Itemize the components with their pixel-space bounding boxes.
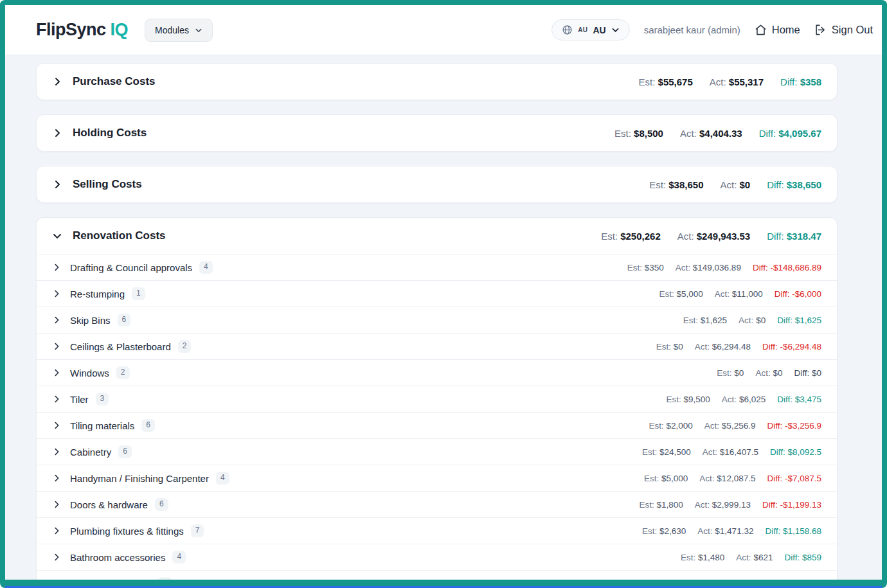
cost-section-card: Renovation Costs Est: $250,262 Act: $249…: [36, 217, 838, 588]
item-est: Est: $0: [717, 368, 744, 378]
item-values: Est: $5,000 Act: $12,087.5 Diff: -$7,087…: [644, 474, 821, 483]
section-items: Drafting & Council approvals 4 Est: $350…: [37, 254, 837, 588]
item-label: Handyman / Finishing Carpenter: [70, 473, 209, 484]
sign-out-link-label: Sign Out: [832, 24, 873, 36]
item-act: Act: $6,025: [722, 395, 766, 404]
locale-selector[interactable]: AU AU: [551, 19, 629, 40]
item-label: Skip Bins: [70, 315, 111, 326]
cost-item-row[interactable]: Skip Bins 6 Est: $1,625 Act: $0 Diff: $1…: [37, 307, 837, 333]
chevron-right-icon: [52, 395, 61, 404]
section-diff: Diff: $4,095.67: [759, 128, 821, 139]
item-diff: Diff: -$7,087.5: [767, 474, 821, 483]
chevron-right-icon: [52, 76, 62, 87]
cost-item-row[interactable]: Plumbing fixtures & fittings 7 Est: $2,6…: [37, 517, 837, 544]
locale-flag: AU: [578, 26, 587, 33]
cost-section-card: Purchase Costs Est: $55,675 Act: $55,317…: [36, 63, 838, 100]
item-count-badge: 4: [216, 472, 229, 485]
item-values: Est: $1,800 Act: $2,999.13 Diff: -$1,199…: [639, 500, 821, 510]
item-count-badge: 2: [116, 366, 130, 379]
sign-out-link[interactable]: Sign Out: [814, 24, 873, 36]
chevron-right-icon: [52, 342, 61, 351]
item-act: Act: $0: [755, 368, 782, 378]
section-title: Selling Costs: [73, 178, 142, 191]
item-count-badge: 6: [118, 445, 132, 458]
brand-accent: IQ: [111, 20, 129, 39]
item-values: Est: $24,500 Act: $16,407.5 Diff: $8,092…: [642, 447, 821, 457]
chevron-right-icon: [52, 474, 61, 483]
cost-item-row[interactable]: Bathroom accessories 4 Est: $1,480 Act: …: [37, 544, 837, 570]
bottom-frame-bar: [5, 580, 882, 586]
section-est: Est: $8,500: [614, 128, 663, 139]
chevron-right-icon: [52, 526, 61, 535]
item-est: Est: $2,630: [642, 526, 686, 536]
cost-item-row[interactable]: Doors & hardware 6 Est: $1,800 Act: $2,9…: [37, 491, 837, 517]
item-label: Doors & hardware: [70, 499, 148, 510]
section-title: Renovation Costs: [73, 229, 166, 242]
item-count-badge: 1: [132, 287, 145, 300]
brand-name: FlipSync: [36, 20, 106, 39]
cost-item-row[interactable]: Drafting & Council approvals 4 Est: $350…: [37, 254, 837, 280]
item-label: Plumbing fixtures & fittings: [70, 526, 184, 537]
chevron-right-icon: [52, 179, 62, 190]
item-count-badge: 6: [141, 419, 155, 432]
cost-item-row[interactable]: Tiler 3 Est: $9,500 Act: $6,025 Diff: $3…: [37, 386, 837, 412]
item-diff: Diff: $1,158.68: [765, 526, 821, 536]
item-diff: Diff: $8,092.5: [770, 447, 821, 457]
cost-section-card: Holding Costs Est: $8,500 Act: $4,404.33…: [36, 114, 838, 152]
section-title: Holding Costs: [73, 127, 147, 139]
item-label: Windows: [70, 368, 109, 379]
section-totals: Est: $55,675 Act: $55,317 Diff: $358: [639, 76, 821, 87]
item-est: Est: $0: [656, 342, 683, 352]
item-count-badge: 4: [172, 551, 186, 564]
cost-item-row[interactable]: Handyman / Finishing Carpenter 4 Est: $5…: [37, 465, 837, 491]
chevron-right-icon: [52, 500, 61, 509]
item-act: Act: $5,256.9: [704, 421, 756, 431]
item-act: Act: $149,036.89: [676, 263, 741, 272]
chevron-right-icon: [52, 316, 61, 325]
chevron-right-icon: [52, 289, 61, 298]
globe-icon: [562, 24, 573, 35]
home-icon: [755, 24, 767, 36]
item-label: Ceilings & Plasterboard: [70, 341, 171, 352]
cost-section-card: Selling Costs Est: $38,650 Act: $0 Diff:…: [36, 166, 838, 203]
section-title: Purchase Costs: [73, 75, 156, 88]
cost-item-row[interactable]: Windows 2 Est: $0 Act: $0 Diff: $0: [37, 359, 837, 386]
section-act: Act: $249,943.53: [677, 231, 750, 242]
section-header-row[interactable]: Holding Costs Est: $8,500 Act: $4,404.33…: [37, 115, 837, 151]
chevron-right-icon: [52, 231, 62, 241]
section-header-row[interactable]: Purchase Costs Est: $55,675 Act: $55,317…: [37, 64, 837, 100]
item-diff: Diff: -$148,686.89: [753, 263, 821, 272]
section-act: Act: $4,404.33: [680, 128, 742, 139]
cost-item-row[interactable]: Re-stumping 1 Est: $5,000 Act: $11,000 D…: [37, 280, 837, 307]
cost-item-row[interactable]: Tiling materials 6 Est: $2,000 Act: $5,2…: [37, 412, 837, 438]
section-header-row[interactable]: Renovation Costs Est: $250,262 Act: $249…: [37, 218, 837, 254]
chevron-right-icon: [52, 263, 61, 272]
item-diff: Diff: $0: [794, 368, 821, 378]
section-totals: Est: $8,500 Act: $4,404.33 Diff: $4,095.…: [614, 128, 821, 139]
brand-logo: FlipSyncIQ: [36, 20, 128, 40]
app-window: FlipSyncIQ Modules AU AU sarabjeet kaur …: [0, 0, 887, 588]
item-est: Est: $5,000: [644, 474, 688, 483]
chevron-down-icon: [611, 26, 620, 34]
item-count-badge: 6: [155, 498, 168, 511]
item-diff: Diff: -$1,199.13: [762, 500, 821, 510]
cost-sections-list: Purchase Costs Est: $55,675 Act: $55,317…: [5, 55, 882, 588]
item-diff: Diff: -$6,000: [775, 289, 821, 299]
item-act: Act: $6,294.48: [695, 342, 751, 352]
item-values: Est: $1,625 Act: $0 Diff: $1,625: [683, 316, 821, 325]
item-count-badge: 3: [96, 393, 109, 405]
item-diff: Diff: $1,625: [777, 316, 821, 325]
modules-dropdown-label: Modules: [155, 25, 189, 35]
section-header-row[interactable]: Selling Costs Est: $38,650 Act: $0 Diff:…: [37, 166, 837, 202]
chevron-down-icon: [195, 26, 202, 34]
home-link[interactable]: Home: [755, 24, 800, 36]
cost-item-row[interactable]: Cabinetry 6 Est: $24,500 Act: $16,407.5 …: [37, 438, 837, 465]
app-header: FlipSyncIQ Modules AU AU sarabjeet kaur …: [5, 5, 882, 55]
modules-dropdown-button[interactable]: Modules: [145, 19, 213, 42]
item-values: Est: $5,000 Act: $11,000 Diff: -$6,000: [659, 289, 822, 299]
item-act: Act: $621: [736, 553, 773, 562]
home-link-label: Home: [772, 24, 800, 36]
cost-item-row[interactable]: Ceilings & Plasterboard 2 Est: $0 Act: $…: [37, 333, 837, 359]
item-values: Est: $2,000 Act: $5,256.9 Diff: -$3,256.…: [649, 421, 822, 431]
item-diff: Diff: $3,475: [777, 395, 821, 404]
